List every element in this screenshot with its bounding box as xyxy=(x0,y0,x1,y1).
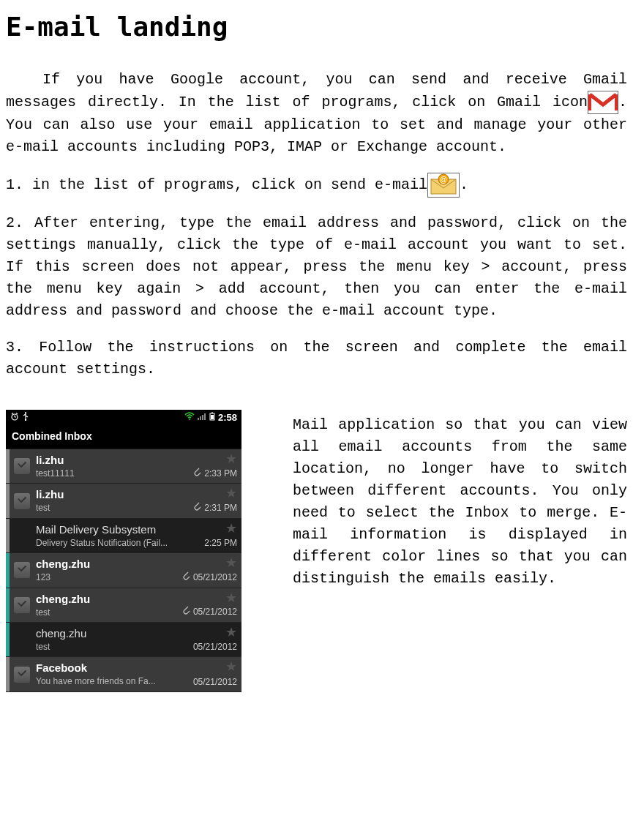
mail-item[interactable]: li.zhutest11111★2:33 PM xyxy=(6,449,241,484)
mail-body: Mail Delivery SubsystemDelivery Status N… xyxy=(34,519,181,552)
subject: You have more friends on Fa... xyxy=(36,676,179,686)
inbox-header: Combined Inbox xyxy=(6,426,241,449)
time-label: 2:33 PM xyxy=(204,467,237,480)
usb-icon xyxy=(22,410,29,425)
steps-list: 1. in the list of programs, click on sen… xyxy=(6,173,627,380)
subject: test xyxy=(36,607,179,618)
time-label: 2:25 PM xyxy=(204,536,237,550)
attachment-icon xyxy=(181,604,190,619)
subject: test xyxy=(36,503,179,513)
mail-item[interactable]: li.zhutest★2:31 PM xyxy=(6,484,241,518)
star-icon[interactable]: ★ xyxy=(225,522,237,535)
time-row: 2:31 PM xyxy=(192,500,237,515)
mail-item[interactable]: FacebookYou have more friends on Fa...★0… xyxy=(6,657,241,691)
mail-meta: ★05/21/2012 xyxy=(181,588,241,622)
page-title: E-mail landing xyxy=(6,7,627,47)
star-icon[interactable]: ★ xyxy=(225,556,237,569)
select-checkbox[interactable] xyxy=(14,458,30,474)
side-description: Mail application so that you can view al… xyxy=(293,410,627,590)
time-label: 05/21/2012 xyxy=(193,605,237,618)
signal-icon xyxy=(198,410,206,425)
time-row: 05/21/2012 xyxy=(181,604,237,619)
subject: test11111 xyxy=(36,468,179,479)
select-checkbox[interactable] xyxy=(14,493,30,509)
subject: 123 xyxy=(36,572,179,582)
mail-meta: ★05/21/2012 xyxy=(181,623,241,656)
gmail-icon xyxy=(588,91,618,114)
step-1: 1. in the list of programs, click on sen… xyxy=(6,173,627,198)
step-1-text-b: . xyxy=(460,176,468,193)
time-row: 05/21/2012 xyxy=(193,640,237,653)
status-time: 2:58 xyxy=(218,410,237,425)
alarm-icon xyxy=(10,410,19,425)
intro-text-1: If you have Google account, you can send… xyxy=(6,71,627,110)
step-2: 2. After entering, type the email addres… xyxy=(6,212,627,322)
step-3: 3. Follow the instructions on the screen… xyxy=(6,337,627,380)
select-checkbox[interactable] xyxy=(14,562,30,578)
sender: Mail Delivery Subsystem xyxy=(36,523,179,536)
mail-body: cheng.zhu123 xyxy=(34,553,181,587)
mail-meta: ★05/21/2012 xyxy=(181,553,241,587)
battery-icon xyxy=(209,410,215,425)
svg-rect-17 xyxy=(202,415,203,420)
mail-body: cheng.zhutest xyxy=(34,588,181,622)
mail-item[interactable]: Mail Delivery SubsystemDelivery Status N… xyxy=(6,519,241,553)
star-icon[interactable]: ★ xyxy=(225,626,237,639)
attachment-icon xyxy=(192,500,201,515)
mail-meta: ★05/21/2012 xyxy=(181,657,241,691)
mail-item[interactable]: cheng.zhu123★05/21/2012 xyxy=(6,553,241,588)
svg-rect-21 xyxy=(211,415,214,419)
svg-line-10 xyxy=(12,413,13,415)
email-icon: @ xyxy=(427,173,460,198)
checkbox-column xyxy=(10,449,34,483)
sender: li.zhu xyxy=(36,454,179,467)
svg-point-13 xyxy=(25,419,26,421)
select-checkbox[interactable] xyxy=(14,597,30,613)
checkbox-column xyxy=(10,588,34,622)
star-icon[interactable]: ★ xyxy=(225,487,237,500)
mail-meta: ★2:33 PM xyxy=(181,449,241,483)
step-1-text-a: 1. in the list of programs, click on sen… xyxy=(6,176,427,193)
time-label: 05/21/2012 xyxy=(193,640,237,653)
wifi-icon xyxy=(184,410,195,425)
sender: li.zhu xyxy=(36,488,179,501)
checkbox-column xyxy=(10,484,34,517)
mail-item[interactable]: cheng.zhutest★05/21/2012 xyxy=(6,588,241,623)
time-row: 2:33 PM xyxy=(192,466,237,481)
mail-item[interactable]: cheng.zhutest★05/21/2012 xyxy=(6,623,241,657)
svg-rect-16 xyxy=(200,416,201,420)
attachment-icon xyxy=(192,466,201,481)
checkbox-column xyxy=(10,553,34,587)
mail-body: cheng.zhutest xyxy=(34,623,181,656)
checkbox-column xyxy=(10,657,34,691)
attachment-icon xyxy=(181,570,190,585)
phone-screenshot: 2:58 Combined Inbox li.zhutest11111★2:33… xyxy=(6,410,241,692)
svg-text:@: @ xyxy=(440,176,447,184)
time-row: 05/21/2012 xyxy=(193,675,237,689)
mail-body: li.zhutest xyxy=(34,484,181,517)
checkbox-column xyxy=(10,623,34,656)
svg-point-12 xyxy=(25,412,26,413)
sender: cheng.zhu xyxy=(36,558,179,571)
intro-paragraph: If you have Google account, you can send… xyxy=(6,69,627,158)
svg-line-11 xyxy=(16,413,18,415)
time-row: 2:25 PM xyxy=(204,536,237,550)
time-label: 05/21/2012 xyxy=(193,571,237,584)
mail-body: li.zhutest11111 xyxy=(34,449,181,483)
mail-body: FacebookYou have more friends on Fa... xyxy=(34,657,181,691)
subject: Delivery Status Notification (Fail... xyxy=(36,538,179,548)
status-bar: 2:58 xyxy=(6,410,241,426)
star-icon[interactable]: ★ xyxy=(225,660,237,673)
time-label: 2:31 PM xyxy=(204,501,237,514)
time-label: 05/21/2012 xyxy=(193,675,237,689)
svg-rect-15 xyxy=(198,418,199,420)
time-row: 05/21/2012 xyxy=(181,570,237,585)
subject: test xyxy=(36,642,179,652)
svg-point-14 xyxy=(189,419,190,420)
star-icon[interactable]: ★ xyxy=(225,452,237,465)
star-icon[interactable]: ★ xyxy=(225,591,237,604)
mail-list: li.zhutest11111★2:33 PMli.zhutest★2:31 P… xyxy=(6,449,241,692)
select-checkbox[interactable] xyxy=(14,667,30,683)
mail-meta: ★2:25 PM xyxy=(181,519,241,552)
checkbox-column xyxy=(10,519,34,552)
